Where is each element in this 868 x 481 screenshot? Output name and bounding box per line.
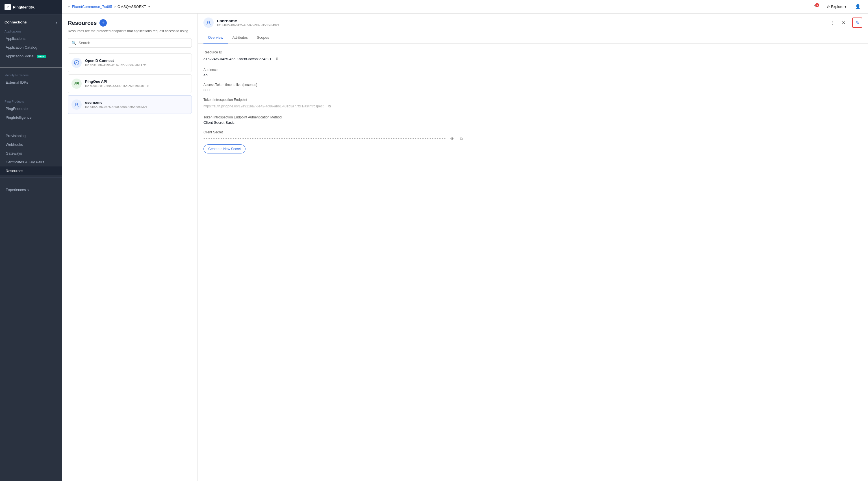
user-menu-button[interactable]: 👤 (853, 2, 862, 11)
explore-label: Explore (831, 4, 843, 9)
sidebar-item-experiences[interactable]: Experiences (0, 185, 62, 194)
pingone-name: PingOne API (85, 80, 188, 84)
search-icon: 🔍 (71, 41, 76, 45)
sidebar-item-resources[interactable]: Resources (0, 167, 62, 175)
audience-value: api (204, 73, 862, 77)
resource-item-openid[interactable]: OpenID Connect ID: cb3188f4-499a-4f1b-9b… (68, 53, 192, 72)
tab-scopes[interactable]: Scopes (252, 32, 274, 43)
detail-subtitle: ID: a1b224f6-0425-4550-ba98-3df5d8ec4321 (217, 24, 279, 27)
sidebar-item-pingintelligence[interactable]: PingIntelligence (0, 113, 62, 122)
audience-field: Audience api (204, 68, 862, 77)
username-id: ID: a1b224f6-0425-4550-ba98-3df5d8ec4321 (85, 105, 188, 109)
ping-products-section: Ping Products PingFederate PingIntellige… (0, 89, 62, 124)
token-introspection-label: Token Introspection Endpoint (204, 98, 862, 102)
resource-item-pingone[interactable]: API PingOne API ID: d29e3881-019a-4a30-8… (68, 74, 192, 93)
token-introspection-auth-label: Token Introspection Endpoint Authenticat… (204, 115, 862, 119)
resource-id-field: Resource ID a1b224f6-0425-4550-ba98-3df5… (204, 50, 862, 62)
copy-resource-id-button[interactable]: ⧉ (274, 55, 281, 62)
topbar-right: ? 1 ⊙ Explore ▾ 👤 (811, 2, 862, 11)
sidebar-item-gateways[interactable]: Gateways (0, 149, 62, 158)
sidebar-item-provisioning[interactable]: Provisioning (0, 131, 62, 140)
more-options-button[interactable]: ⋮ (829, 18, 837, 27)
explore-button[interactable]: ⊙ Explore ▾ (825, 3, 849, 10)
detail-title-group: username ID: a1b224f6-0425-4550-ba98-3df… (217, 18, 279, 27)
logo-icon: P (4, 4, 11, 10)
user-icon: 👤 (855, 4, 861, 9)
sidebar-item-application-portal[interactable]: Application Portal NEW (0, 52, 62, 60)
sidebar-item-pingfederate[interactable]: PingFederate (0, 104, 62, 113)
add-resource-button[interactable]: + (99, 19, 107, 27)
access-token-ttl-label: Access Token time to live (seconds) (204, 83, 862, 87)
breadcrumb: ⌂ FluentCommerce_7cd85 > OMSQASSOEXT ▾ (68, 4, 150, 9)
resource-id-label: Resource ID (204, 50, 862, 54)
client-secret-value: ••••••••••••••••••••••••••••••••••••••••… (204, 136, 862, 142)
sidebar-item-applications[interactable]: Applications (0, 34, 62, 43)
applications-sub-label: Applications (0, 26, 62, 34)
logo-text: PingIdentity. (13, 5, 35, 9)
token-introspection-value: https://auth.pingone.us/12e911ba7-6e42-4… (204, 103, 862, 110)
breadcrumb-env[interactable]: OMSQASSOEXT (118, 4, 146, 9)
experiences-chevron-icon (27, 188, 29, 192)
client-secret-label: Client Secret (204, 130, 862, 134)
edit-button[interactable]: ✎ (852, 18, 862, 28)
detail-content: Resource ID a1b224f6-0425-4550-ba98-3df5… (198, 43, 868, 481)
explore-icon: ⊙ (827, 4, 830, 9)
breadcrumb-separator: > (114, 5, 116, 9)
detail-title: username (217, 18, 279, 23)
pingone-id: ID: d29e3881-019a-4a30-816e-c696ba140108 (85, 84, 188, 88)
resource-id-value: a1b224f6-0425-4550-ba98-3df5d8ec4321 ⧉ (204, 55, 862, 62)
access-token-ttl-field: Access Token time to live (seconds) 300 (204, 83, 862, 92)
new-badge: NEW (37, 55, 46, 58)
copy-introspection-url-button[interactable]: ⧉ (326, 103, 333, 110)
resources-title: Resources (68, 20, 97, 26)
resources-header: Resources + (68, 19, 192, 27)
pingone-info: PingOne API ID: d29e3881-019a-4a30-816e-… (85, 80, 188, 88)
token-introspection-auth-field: Token Introspection Endpoint Authenticat… (204, 115, 862, 125)
token-introspection-field: Token Introspection Endpoint https://aut… (204, 98, 862, 110)
sidebar-logo: P PingIdentity. (0, 0, 62, 14)
detail-header: username ID: a1b224f6-0425-4550-ba98-3df… (198, 13, 868, 32)
other-section: Provisioning Webhooks Gateways Certifica… (0, 124, 62, 178)
sidebar: P PingIdentity. Connections Applications… (0, 0, 62, 481)
resource-item-username[interactable]: username ID: a1b224f6-0425-4550-ba98-3df… (68, 95, 192, 114)
detail-header-actions: ⋮ ✕ ✎ (829, 18, 862, 28)
copy-secret-button[interactable]: ⧉ (458, 136, 465, 142)
sidebar-item-external-idps[interactable]: External IDPs (0, 78, 62, 87)
username-name: username (85, 100, 188, 104)
openid-id: ID: cb3188f4-499a-4f1b-9b27-63e49a6117fd (85, 63, 188, 67)
detail-panel: username ID: a1b224f6-0425-4550-ba98-3df… (198, 13, 868, 481)
connections-label: Connections (4, 20, 27, 24)
openid-name: OpenID Connect (85, 59, 188, 63)
resources-description: Resources are the protected endpoints th… (68, 29, 192, 34)
home-icon[interactable]: ⌂ (68, 4, 70, 9)
content-area: Resources + Resources are the protected … (62, 13, 868, 481)
openid-icon (71, 58, 82, 68)
audience-label: Audience (204, 68, 862, 72)
sidebar-bottom: Experiences (0, 178, 62, 197)
detail-header-left: username ID: a1b224f6-0425-4550-ba98-3df… (204, 18, 829, 28)
explore-dropdown-icon: ▾ (844, 4, 846, 9)
close-button[interactable]: ✕ (839, 18, 848, 27)
resources-panel: Resources + Resources are the protected … (62, 13, 198, 481)
ping-products-label: Ping Products (0, 96, 62, 104)
detail-tabs: Overview Attributes Scopes (198, 32, 868, 43)
identity-providers-label: Identity Providers (0, 70, 62, 78)
tab-overview[interactable]: Overview (204, 32, 228, 43)
connections-chevron-icon (55, 20, 58, 25)
sidebar-item-certificates[interactable]: Certificates & Key Pairs (0, 158, 62, 167)
username-info: username ID: a1b224f6-0425-4550-ba98-3df… (85, 100, 188, 109)
toggle-secret-visibility-button[interactable]: 👁 (449, 136, 456, 142)
search-input[interactable] (79, 41, 188, 45)
sidebar-item-application-catalog[interactable]: Application Catalog (0, 43, 62, 52)
connections-header[interactable]: Connections (0, 17, 62, 26)
breadcrumb-dropdown-icon[interactable]: ▾ (148, 5, 150, 8)
close-icon: ✕ (842, 20, 845, 25)
topbar: ⌂ FluentCommerce_7cd85 > OMSQASSOEXT ▾ ?… (62, 0, 868, 13)
help-button[interactable]: ? 1 (811, 2, 820, 11)
breadcrumb-org[interactable]: FluentCommerce_7cd85 (72, 4, 112, 9)
tab-attributes[interactable]: Attributes (228, 32, 252, 43)
sidebar-item-webhooks[interactable]: Webhooks (0, 140, 62, 149)
edit-icon: ✎ (856, 20, 859, 25)
generate-new-secret-button[interactable]: Generate New Secret (204, 144, 246, 153)
detail-resource-icon (204, 18, 214, 28)
